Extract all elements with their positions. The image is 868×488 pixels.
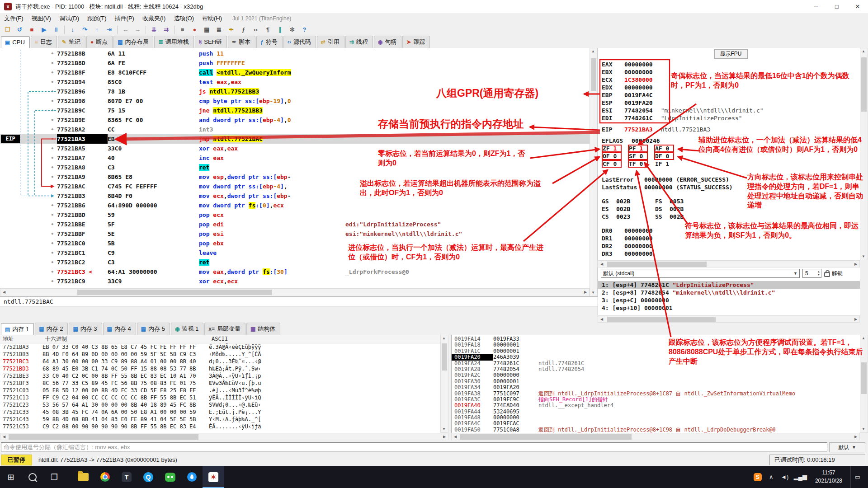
register-value[interactable]: 77482054 xyxy=(624,107,653,114)
dump-row[interactable]: 77521BB38B 4D F0 64 89 0D 00 00 00 00 59… xyxy=(0,351,440,358)
flag-of[interactable]: OF 0 xyxy=(602,152,622,160)
references-button[interactable]: ¶ xyxy=(262,24,274,35)
disasm-row[interactable]: ●77521BA8C3ret xyxy=(0,163,590,172)
stack-value[interactable]: 7751C0A8 xyxy=(493,427,538,433)
stack-value[interactable]: 00000000 xyxy=(493,372,538,378)
tim-app[interactable]: Q xyxy=(137,466,159,488)
flag-value[interactable]: 1 xyxy=(613,145,617,152)
stack-row[interactable]: 0019FA2877482054ntdll.77482054 xyxy=(452,366,860,372)
command-default-button[interactable]: 默认▼ xyxy=(829,442,865,452)
dump-hex[interactable]: 45 08 3B 45 FC 74 0A 6A 00 50 E8 A1 00 0… xyxy=(42,408,209,416)
taskbar-clock[interactable]: 11:57 2021/10/28 xyxy=(811,469,846,485)
stack-row[interactable]: 0019FA3C0019FC9C指向SEH_Record[1]的指针 xyxy=(452,397,860,403)
disasm-row[interactable]: ●77521B9485C0test eax,eax xyxy=(0,77,590,87)
restart-button[interactable]: ↺ xyxy=(14,24,25,35)
disasm-row[interactable]: ●77521BBD59pop ecx xyxy=(0,210,590,220)
breakpoint-gutter[interactable]: ● xyxy=(0,144,57,153)
dump-row[interactable]: 77521BC364 A1 30 00 00 00 33 C9 89 88 A4… xyxy=(0,358,440,365)
task-view-button[interactable]: ❐ xyxy=(43,466,65,488)
register-value[interactable]: 0019FA4C xyxy=(624,92,653,99)
dump-hex[interactable]: 59 8B 4D 08 8B 41 04 83 E0 FE 89 41 04 5… xyxy=(42,416,209,423)
calling-convention-select[interactable]: 默认 (stdcall)▼ xyxy=(601,269,800,278)
maximize-button[interactable]: □ xyxy=(826,0,847,13)
register-value[interactable]: 00000246 xyxy=(632,137,660,144)
tab-cpu[interactable]: ▣CPU xyxy=(1,36,30,48)
scroll-right-arrow[interactable]: ▶ xyxy=(582,289,589,296)
menu-plugins[interactable]: 插件(P) xyxy=(111,13,138,24)
stack-value[interactable]: 00000001 xyxy=(493,348,538,354)
tab-call-stack[interactable]: ≣调用堆栈 xyxy=(154,36,193,48)
stack-panel[interactable]: 0019FA140019FA330019FA18000000010019FA1C… xyxy=(451,335,860,433)
argument-row[interactable]: 2: [esp+8] 77482054 "minkernel\\ntdll\\l… xyxy=(598,289,860,296)
tab-breakpoints[interactable]: ●断点 xyxy=(86,36,113,48)
disasm-row[interactable]: ●77521BBE5Fpop ediedi:"LdrpInitializePro… xyxy=(0,220,590,229)
register-row-eflags[interactable]: EFLAGS00000246 xyxy=(602,137,860,145)
stack-row[interactable]: 0019FA2C00000000 xyxy=(452,372,860,378)
volume-icon[interactable]: ◄) xyxy=(780,472,789,482)
debug-register-row[interactable]: DR000000000 xyxy=(602,227,860,235)
scrollbar-thumb[interactable] xyxy=(861,362,867,394)
argument-row[interactable]: 1: [esp+4] 7748261C "LdrpInitializeProce… xyxy=(598,281,860,289)
disassembly-panel[interactable]: ●77521B8B6A 11push 11●77521B8D6A FEpush … xyxy=(0,48,590,288)
dump-row[interactable]: 77521C2353 56 57 64 A1 30 00 00 00 8B 40… xyxy=(0,401,440,408)
step-out-button[interactable]: ↑ xyxy=(91,24,103,35)
file-explorer-app[interactable] xyxy=(72,466,94,488)
memory-dump-panel[interactable]: 地址 十六进制 ASCII 77521BA3EB 07 33 C0 40 C3 … xyxy=(0,335,440,433)
scroll-right-arrow[interactable]: ▶ xyxy=(853,261,859,267)
breakpoint-gutter[interactable]: ● xyxy=(0,125,57,134)
flag-value[interactable]: 0 xyxy=(665,153,669,160)
flag-value[interactable]: 1 xyxy=(665,160,669,167)
register-value[interactable]: 002B xyxy=(670,206,684,212)
source-button[interactable]: ‹› xyxy=(250,24,261,35)
register-row[interactable]: EBP0019FA4C xyxy=(602,91,860,99)
breakpoint-gutter[interactable]: ● xyxy=(0,153,57,163)
open-file-button[interactable]: ❒ xyxy=(2,24,13,35)
dump-row[interactable]: 77521C4359 8B 4D 08 8B 41 04 83 E0 FE 89… xyxy=(0,416,440,423)
register-value[interactable]: 7748261C xyxy=(624,115,653,122)
dump-hex[interactable]: 53 56 57 64 A1 30 00 00 00 8B 40 18 89 4… xyxy=(42,401,209,408)
register-value[interactable]: 0023 xyxy=(616,213,655,221)
log-button[interactable]: ≡ xyxy=(177,24,188,35)
flag-value[interactable]: 0 xyxy=(665,145,669,152)
tab-references[interactable]: ⇄引用 xyxy=(317,36,344,48)
flag-value[interactable]: 0 xyxy=(613,153,617,160)
dump-hex[interactable]: EB 07 33 C0 40 C3 8B 65 E8 C7 45 FC FE F… xyxy=(42,343,209,351)
dump-hex[interactable]: FF C9 C2 04 00 CC CC CC CC CC 8B FF 55 8… xyxy=(42,394,209,401)
disasm-row[interactable]: ●77521BC05Bpop ebx xyxy=(0,239,590,248)
forward-button[interactable]: → xyxy=(132,24,143,35)
scroll-up-arrow[interactable]: ▲ xyxy=(441,335,447,342)
scrollbar-thumb[interactable] xyxy=(442,343,447,371)
menu-view[interactable]: 视图(V) xyxy=(28,13,55,24)
segment-register-row[interactable]: ES002BDS002B xyxy=(602,205,860,213)
breakpoint-gutter[interactable]: ● xyxy=(0,77,57,87)
register-value[interactable]: 00000000 xyxy=(624,61,653,68)
breakpoint-gutter[interactable]: ● xyxy=(0,106,57,115)
help-button[interactable]: ? xyxy=(299,24,310,35)
run-to-cursor-button[interactable]: ⇥ xyxy=(104,24,115,35)
dump-hex[interactable]: 33 C0 40 C2 0C 00 8B FF 55 8B EC 83 EC 1… xyxy=(42,372,209,380)
tab-dump3[interactable]: ▤内存 3 xyxy=(69,323,102,335)
stack-row[interactable]: 0019FA40774EAD40ntdll.__except_handler4 xyxy=(452,403,860,408)
stack-row[interactable]: 0019FA4C0019FCAC xyxy=(452,421,860,427)
dump-horizontal-scrollbar[interactable]: ◀ ▶ xyxy=(0,433,448,440)
disasm-row[interactable]: ●77521B9E8365 FC 00and dword ptr ss:[ebp… xyxy=(0,115,590,125)
snipaste-tray-icon[interactable]: S xyxy=(753,472,762,482)
dump-row[interactable]: 77521C53C9 C2 08 00 90 90 90 90 90 8B FF… xyxy=(0,423,440,430)
flag-value[interactable]: 0 xyxy=(639,160,643,167)
disasm-row[interactable]: ●77521B8D6A FEpush FFFFFFFE xyxy=(0,58,590,68)
tab-notes[interactable]: ✎笔记 xyxy=(58,36,85,48)
scroll-left-arrow[interactable]: ◀ xyxy=(599,261,605,267)
breakpoint-gutter[interactable]: ● xyxy=(0,220,57,229)
flag-pf[interactable]: PF 1 xyxy=(628,145,648,152)
tab-watch1[interactable]: ◉监视 1 xyxy=(171,323,203,335)
symbols-button[interactable]: ƒ xyxy=(238,24,249,35)
dump-row[interactable]: 77521BF38C 56 77 33 C5 89 45 FC 56 8B 75… xyxy=(0,380,440,387)
memory-map-button[interactable]: ▤ xyxy=(201,24,212,35)
disasm-row[interactable]: ●77521B8FE8 8C10FCFFcall <ntdll._ZwQuery… xyxy=(0,68,590,77)
unlock-toggle[interactable]: 解锁 xyxy=(824,270,843,277)
trace-into-button[interactable]: ⇊ xyxy=(148,24,160,35)
scroll-down-arrow[interactable]: ▼ xyxy=(860,253,867,260)
disasm-horizontal-scrollbar[interactable]: ◀ ▶ xyxy=(0,288,590,296)
stack-row[interactable]: 0019FA140019FA33 xyxy=(452,336,860,342)
register-value[interactable]: 77521BA3 xyxy=(624,126,653,133)
